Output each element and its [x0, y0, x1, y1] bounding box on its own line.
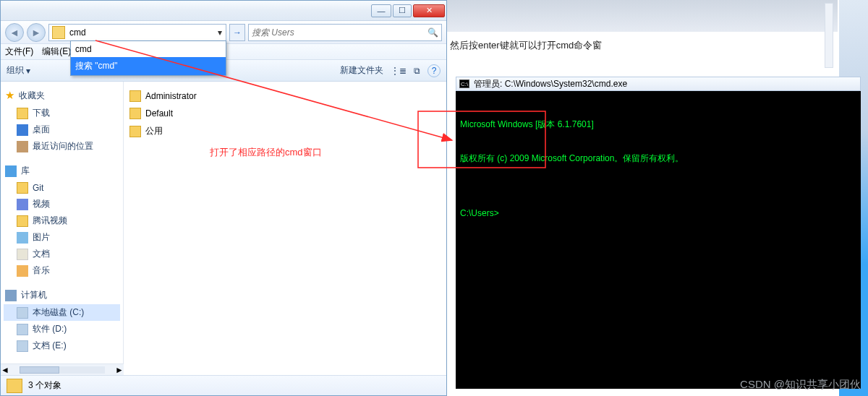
- help-button[interactable]: ?: [427, 64, 441, 77]
- sidebar-item-music[interactable]: 音乐: [4, 262, 120, 279]
- sidebar-item-drive-c[interactable]: 本地磁盘 (C:): [4, 304, 120, 321]
- view-button[interactable]: ⋮≣: [391, 66, 407, 76]
- menu-edit[interactable]: 编辑(E): [42, 46, 71, 58]
- music-icon: [17, 265, 28, 277]
- sidebar-favorites[interactable]: ★收藏夹: [4, 86, 120, 105]
- cmd-window: C:\ 管理员: C:\Windows\System32\cmd.exe Mic…: [456, 77, 861, 389]
- sidebar-item-desktop[interactable]: 桌面: [4, 121, 120, 138]
- cmd-icon: C:\: [459, 79, 469, 88]
- sidebar: ★收藏夹 下载 桌面 最近访问的位置 库 Git 视频 腾讯视频 图片 文档 音…: [1, 82, 124, 375]
- back-button[interactable]: ◄: [5, 23, 24, 42]
- library-icon: [5, 165, 17, 177]
- address-dropdown-toggle[interactable]: ▾: [214, 27, 226, 38]
- address-bar[interactable]: ▾: [48, 24, 226, 41]
- folder-icon: [129, 126, 141, 137]
- drive-icon: [17, 340, 28, 352]
- cmd-body[interactable]: Microsoft Windows [版本 6.1.7601] 版权所有 (c)…: [456, 91, 861, 389]
- search-icon: 🔍: [427, 27, 438, 38]
- drive-icon: [17, 324, 28, 335]
- forward-button[interactable]: ►: [27, 23, 46, 42]
- organize-button[interactable]: 组织 ▾: [7, 64, 30, 77]
- search-box[interactable]: 🔍: [248, 24, 442, 41]
- maximize-button[interactable]: ☐: [393, 4, 412, 17]
- background-top: [447, 0, 838, 32]
- cmd-title: 管理员: C:\Windows\System32\cmd.exe: [474, 78, 627, 90]
- sidebar-item-pictures[interactable]: 图片: [4, 229, 120, 246]
- folder-icon: [129, 90, 141, 102]
- go-button[interactable]: →: [229, 24, 245, 41]
- address-input[interactable]: [68, 27, 214, 38]
- watermark: CSDN @知识共享小团伙: [740, 378, 861, 392]
- computer-icon: [5, 290, 17, 301]
- cmd-prompt: C:\Users>: [460, 208, 856, 218]
- cmd-line: 版权所有 (c) 2009 Microsoft Corporation。保留所有…: [460, 152, 856, 165]
- sidebar-item-downloads[interactable]: 下载: [4, 105, 120, 121]
- folder-icon: [129, 108, 141, 119]
- list-item[interactable]: Administrator: [128, 87, 442, 105]
- address-dropdown-item[interactable]: cmd: [71, 41, 226, 57]
- list-item[interactable]: Default: [128, 105, 442, 122]
- cmd-titlebar[interactable]: C:\ 管理员: C:\Windows\System32\cmd.exe: [456, 77, 861, 91]
- status-count: 3 个对象: [28, 379, 61, 392]
- preview-button[interactable]: ⧉: [414, 66, 420, 76]
- video-icon: [17, 199, 28, 210]
- sidebar-item-drive-d[interactable]: 软件 (D:): [4, 321, 120, 337]
- folder-icon: [17, 108, 28, 119]
- sidebar-libraries[interactable]: 库: [4, 162, 120, 180]
- menu-file[interactable]: 文件(F): [5, 46, 33, 58]
- sidebar-item-documents[interactable]: 文档: [4, 246, 120, 262]
- search-input[interactable]: [252, 27, 427, 38]
- annotation-label: 打开了相应路径的cmd窗口: [210, 146, 322, 159]
- sidebar-item-video[interactable]: 视频: [4, 196, 120, 212]
- sidebar-item-drive-e[interactable]: 文档 (E:): [4, 337, 120, 354]
- explorer-titlebar[interactable]: — ☐ ✕: [1, 1, 446, 21]
- folder-icon: [17, 182, 28, 194]
- star-icon: ★: [5, 89, 14, 102]
- sidebar-item-tencent[interactable]: 腾讯视频: [4, 212, 120, 229]
- page-scrollbar[interactable]: [825, 3, 833, 68]
- address-dropdown: cmd 搜索 "cmd": [70, 40, 226, 76]
- close-button[interactable]: ✕: [413, 4, 445, 17]
- recent-icon: [17, 141, 28, 152]
- folder-icon: [17, 215, 28, 227]
- statusbar: 3 个对象: [1, 375, 446, 395]
- annotation-caption: 然后按enter键就可以打开cmd命令窗: [450, 39, 602, 52]
- file-list[interactable]: Administrator Default 公用: [124, 82, 446, 375]
- sidebar-item-recent[interactable]: 最近访问的位置: [4, 138, 120, 155]
- desktop-icon: [17, 124, 28, 136]
- documents-icon: [17, 249, 28, 260]
- list-item[interactable]: 公用: [128, 122, 442, 140]
- sidebar-scrollbar[interactable]: ◄►: [1, 363, 124, 375]
- folder-icon: [52, 26, 65, 39]
- new-folder-button[interactable]: 新建文件夹: [340, 64, 383, 77]
- explorer-window: — ☐ ✕ ◄ ► ▾ → 🔍 cmd 搜索 "cmd" 文件(F) 编辑(E)…: [0, 0, 447, 396]
- pictures-icon: [17, 232, 28, 244]
- cmd-line: Microsoft Windows [版本 6.1.7601]: [460, 119, 856, 131]
- address-dropdown-item-selected[interactable]: 搜索 "cmd": [71, 57, 226, 75]
- drive-icon: [17, 307, 28, 319]
- sidebar-computer[interactable]: 计算机: [4, 286, 120, 304]
- folder-icon: [7, 379, 22, 393]
- sidebar-item-git[interactable]: Git: [4, 180, 120, 196]
- minimize-button[interactable]: —: [371, 4, 391, 17]
